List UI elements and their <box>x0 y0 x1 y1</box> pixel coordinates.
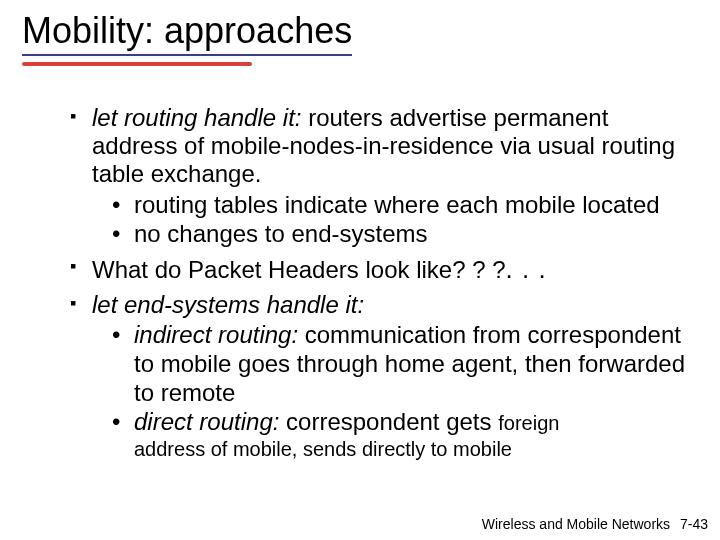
sub-direct-routing: direct routing: correspondent gets forei… <box>112 408 698 461</box>
sub-direct-rest-b: address of mobile, sends directly to mob… <box>134 437 698 461</box>
sub-indirect-routing: indirect routing: communication from cor… <box>112 321 698 407</box>
packet-headers-text: What do Packet Headers look like? ? ? <box>92 256 506 283</box>
footer-label: Wireless and Mobile Networks <box>482 516 670 532</box>
footer-page-number: 7-43 <box>680 516 708 532</box>
bullet-routing-sublist: routing tables indicate where each mobil… <box>112 191 698 249</box>
slide: Mobility: approaches let routing handle … <box>0 0 720 540</box>
packet-headers-dots: . . . <box>506 254 547 284</box>
sub-indirect-lead: indirect routing: <box>134 321 298 348</box>
sub-no-changes: no changes to end-systems <box>112 220 698 249</box>
title-underline-accent <box>22 62 252 66</box>
bullet-routing-lead: let routing handle it: <box>92 104 301 131</box>
bullet-end-systems: let end-systems handle it: indirect rout… <box>70 291 698 461</box>
sub-direct-foreign: foreign <box>498 412 559 434</box>
sub-routing-tables: routing tables indicate where each mobil… <box>112 191 698 220</box>
bullet-list: let routing handle it: routers advertise… <box>70 104 698 461</box>
bullet-packet-headers: What do Packet Headers look like? ? ?. .… <box>70 254 698 285</box>
sub-direct-lead: direct routing: <box>134 408 279 435</box>
sub-direct-rest-a: correspondent gets <box>279 408 498 435</box>
bullet-routing: let routing handle it: routers advertise… <box>70 104 698 249</box>
slide-title: Mobility: approaches <box>22 12 352 56</box>
title-wrap: Mobility: approaches <box>22 12 352 66</box>
slide-footer: Wireless and Mobile Networks 7-43 <box>482 516 708 532</box>
bullet-end-systems-lead: let end-systems handle it: <box>92 291 364 318</box>
slide-body: let routing handle it: routers advertise… <box>22 104 698 461</box>
bullet-end-systems-sublist: indirect routing: communication from cor… <box>112 321 698 460</box>
